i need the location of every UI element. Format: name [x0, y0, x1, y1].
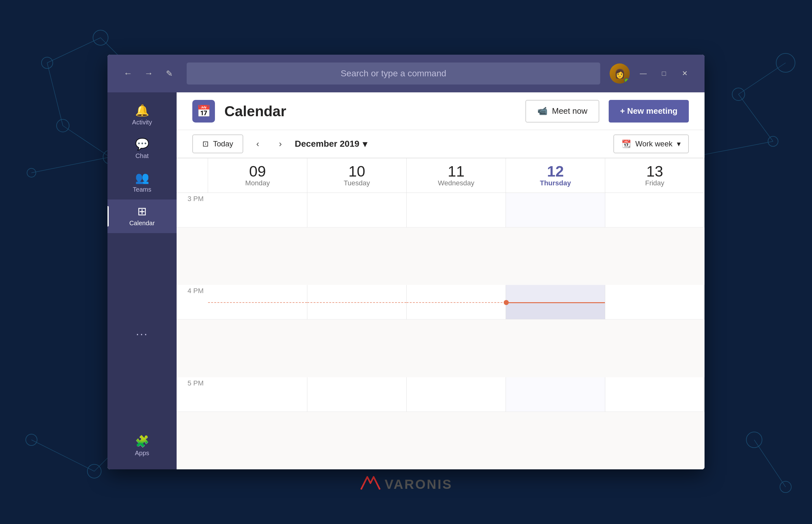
grid-cell-tue-4pm[interactable] [307, 285, 407, 320]
view-selector[interactable]: 📆 Work week ▾ [613, 134, 689, 153]
grid-cell-mon-5pm[interactable] [208, 377, 307, 412]
grid-cell-wed-3pm[interactable] [407, 193, 506, 227]
day-name-thu: Thursday [540, 179, 571, 187]
svg-point-4 [27, 168, 36, 177]
sidebar-item-chat-label: Chat [135, 152, 149, 160]
sidebar-item-chat[interactable]: 💬 Chat [108, 132, 177, 166]
calendar-icon-small: 📆 [621, 140, 631, 148]
view-label: Work week [635, 140, 672, 148]
new-meeting-label: + New meeting [620, 106, 678, 116]
svg-point-24 [780, 481, 791, 493]
svg-point-13 [768, 136, 778, 146]
search-input[interactable] [186, 63, 600, 84]
day-num-thu: 12 [547, 164, 564, 179]
new-meeting-button[interactable]: + New meeting [609, 100, 689, 122]
varonis-logo-text: VARONIS [385, 474, 453, 493]
day-name-tue: Tuesday [344, 179, 370, 187]
page-title: Calendar [224, 103, 516, 120]
grid-cell-mon-4pm[interactable] [208, 285, 307, 320]
view-dropdown-icon: ▾ [677, 140, 681, 148]
app-body: 🔔 Activity 💬 Chat 👥 Teams ⊞ Calendar ... [108, 92, 704, 469]
day-header-wed: 11 Wednesday [407, 158, 506, 193]
forward-button[interactable]: → [141, 66, 157, 81]
day-headers: 09 Monday 10 Tuesday 11 Wednesday 12 Thu… [177, 158, 704, 193]
sidebar-item-apps[interactable]: 🧩 Apps [108, 429, 177, 463]
grid-cell-tue-5pm[interactable] [307, 377, 407, 412]
video-icon: 📹 [537, 106, 548, 116]
grid-cell-thu-3pm[interactable] [506, 193, 605, 227]
svg-line-25 [754, 440, 785, 487]
svg-line-8 [47, 63, 63, 126]
today-icon: ⊡ [202, 140, 209, 148]
sidebar-more-button[interactable]: ... [108, 318, 177, 344]
main-content: 📅 Calendar 📹 Meet now + New meeting ⊡ To… [177, 92, 704, 469]
title-bar-right: 👩 — □ ✕ [610, 63, 692, 84]
grid-cell-thu-4pm[interactable] [506, 285, 605, 320]
next-week-button[interactable]: › [272, 136, 289, 152]
time-label-5pm: 5 PM [177, 377, 208, 412]
close-button[interactable]: ✕ [678, 66, 692, 81]
time-indicator-dashed-wed [407, 302, 506, 303]
sidebar-item-teams[interactable]: 👥 Teams [108, 166, 177, 199]
grid-cell-fri-3pm[interactable] [605, 193, 704, 227]
day-num-wed: 11 [448, 164, 465, 179]
day-num-mon: 09 [249, 164, 266, 179]
sidebar-item-activity[interactable]: 🔔 Activity [108, 99, 177, 132]
today-button[interactable]: ⊡ Today [192, 134, 243, 153]
time-label-4pm: 4 PM [177, 285, 208, 320]
day-header-thu: 12 Thursday [506, 158, 605, 193]
sidebar-item-calendar[interactable]: ⊞ Calendar [108, 199, 177, 233]
day-num-tue: 10 [348, 164, 365, 179]
day-name-wed: Wednesday [438, 179, 474, 187]
grid-cell-fri-5pm[interactable] [605, 377, 704, 412]
apps-icon: 🧩 [135, 436, 149, 447]
svg-point-11 [732, 88, 745, 100]
title-bar: ← → ✎ 👩 — □ ✕ [108, 55, 704, 92]
meet-now-button[interactable]: 📹 Meet now [525, 100, 599, 122]
grid-cell-wed-5pm[interactable] [407, 377, 506, 412]
calendar-nav-icon: ⊞ [137, 206, 147, 217]
nav-buttons: ← → ✎ [120, 66, 177, 81]
sidebar-item-teams-label: Teams [133, 186, 151, 193]
calendar-icon-symbol: 📅 [197, 104, 211, 118]
chat-icon: 💬 [135, 138, 149, 150]
time-col-header [177, 158, 208, 193]
svg-point-18 [26, 434, 37, 445]
month-year-text: December 2019 [295, 139, 359, 149]
maximize-button[interactable]: □ [657, 66, 671, 81]
grid-cell-thu-5pm[interactable] [506, 377, 605, 412]
prev-week-button[interactable]: ‹ [249, 136, 266, 152]
svg-point-1 [93, 30, 108, 45]
grid-cell-wed-4pm[interactable] [407, 285, 506, 320]
day-header-tue: 10 Tuesday [307, 158, 407, 193]
svg-point-19 [87, 464, 101, 478]
svg-line-15 [738, 63, 785, 94]
sidebar: 🔔 Activity 💬 Chat 👥 Teams ⊞ Calendar ... [108, 92, 177, 469]
svg-line-16 [738, 94, 773, 141]
svg-point-0 [42, 57, 53, 68]
grid-cell-mon-3pm[interactable] [208, 193, 307, 227]
svg-point-3 [56, 119, 69, 132]
back-button[interactable]: ← [120, 66, 136, 81]
month-year-label[interactable]: December 2019 ▾ [295, 139, 367, 149]
time-grid: 3 PM 4 PM [177, 193, 704, 469]
sidebar-item-calendar-label: Calendar [129, 219, 155, 227]
day-name-fri: Friday [645, 179, 664, 187]
compose-button[interactable]: ✎ [162, 66, 177, 81]
window-controls: — □ ✕ [636, 66, 692, 81]
grid-cell-tue-3pm[interactable] [307, 193, 407, 227]
time-indicator-line-thu [506, 302, 605, 303]
day-header-mon: 09 Monday [208, 158, 307, 193]
calendar-toolbar: ⊡ Today ‹ › December 2019 ▾ 📆 Work week … [177, 130, 704, 158]
calendar-grid: 09 Monday 10 Tuesday 11 Wednesday 12 Thu… [177, 158, 704, 469]
svg-line-9 [63, 126, 110, 157]
teams-window: ← → ✎ 👩 — □ ✕ 🔔 Activity 💬 [108, 55, 704, 469]
sidebar-item-activity-label: Activity [132, 119, 152, 126]
svg-point-12 [776, 53, 795, 72]
minimize-button[interactable]: — [636, 66, 650, 81]
teams-icon: 👥 [135, 172, 149, 183]
meet-now-label: Meet now [552, 106, 587, 116]
grid-cell-fri-4pm[interactable] [605, 285, 704, 320]
avatar[interactable]: 👩 [610, 63, 630, 84]
varonis-logo-icon [359, 475, 381, 491]
